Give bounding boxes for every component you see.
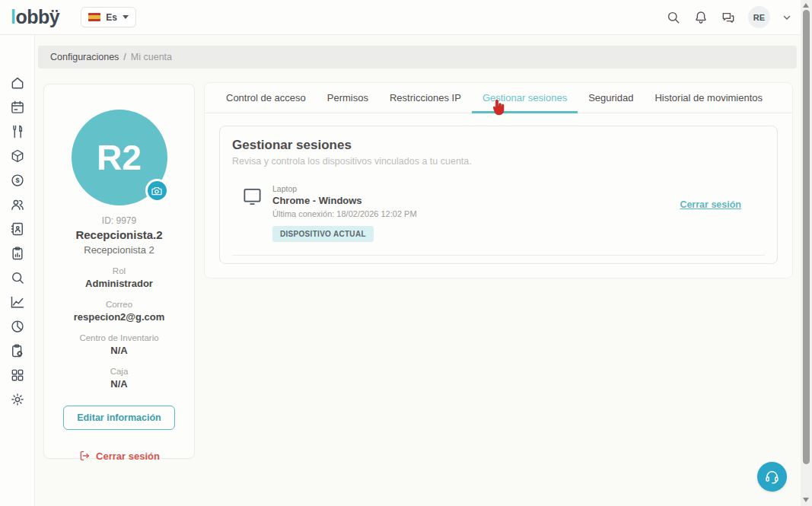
line-chart-icon — [10, 294, 25, 310]
profile-logout-button[interactable]: Cerrar sesión — [78, 450, 160, 462]
package-icon — [10, 148, 25, 164]
top-bar: lobbÿ Es RE — [0, 0, 801, 35]
current-device-badge: DISPOSITIVO ACTUAL — [272, 226, 374, 242]
field-value-rol: Administrador — [85, 278, 153, 289]
clipboard-chart-icon — [10, 246, 25, 261]
svg-text:$: $ — [15, 177, 19, 184]
sidebar-item-calendar[interactable] — [10, 100, 25, 114]
users-icon — [10, 197, 25, 212]
sessions-card: Gestionar sesiones Revisa y controla los… — [219, 126, 778, 264]
profile-card: R2 ID: 9979 Recepcionista.2 Recepcionist… — [43, 84, 195, 459]
avatar-initials: RE — [753, 13, 765, 22]
tab-permisos[interactable]: Permisos — [317, 83, 379, 113]
scrollbar-up-arrow[interactable] — [803, 3, 809, 8]
calendar-icon — [10, 100, 25, 115]
tab-seguridad[interactable]: Seguridad — [578, 83, 644, 113]
dollar-icon: $ — [10, 173, 25, 188]
page-scrollbar — [801, 0, 812, 506]
profile-display-name: Recepcionista 2 — [84, 244, 154, 256]
field-value-centro-inventario: N/A — [110, 345, 127, 356]
device-last-connection: Última conexión: 18/02/2026 12:02 PM — [272, 209, 417, 218]
field-label-centro-inventario: Centro de Inventario — [79, 333, 158, 342]
left-sidebar: $ — [0, 35, 35, 506]
sidebar-item-inventory[interactable] — [10, 148, 25, 163]
tab-restricciones-ip[interactable]: Restricciones IP — [379, 83, 472, 113]
sidebar-item-search[interactable] — [10, 270, 25, 285]
account-panel: Control de acceso Permisos Restricciones… — [204, 82, 793, 278]
sidebar-item-customers[interactable] — [10, 197, 25, 212]
field-value-correo: respecion2@g.com — [74, 311, 165, 323]
sidebar-item-home[interactable] — [10, 75, 25, 90]
avatar-chevron-down-icon[interactable] — [782, 13, 791, 22]
language-selector[interactable]: Es — [81, 7, 136, 27]
contacts-icon — [10, 221, 25, 237]
user-avatar[interactable]: RE — [748, 6, 770, 28]
clipboard-gear-icon — [10, 343, 25, 358]
sidebar-item-tasks[interactable] — [10, 343, 25, 358]
search-icon[interactable] — [666, 10, 681, 25]
language-label: Es — [106, 12, 117, 23]
edit-info-button[interactable]: Editar información — [63, 406, 174, 430]
field-label-rol: Rol — [113, 266, 126, 275]
breadcrumb: Configuraciones / Mi cuenta — [38, 46, 797, 68]
settings-icon — [10, 392, 25, 407]
breadcrumb-separator: / — [123, 52, 126, 62]
apps-grid-icon — [10, 368, 25, 383]
profile-id: ID: 9979 — [102, 215, 136, 226]
pie-chart-icon — [10, 319, 25, 334]
tab-gestionar-sesiones[interactable]: Gestionar sesiones — [472, 83, 578, 113]
scrollbar-thumb[interactable] — [803, 10, 810, 464]
field-label-caja: Caja — [110, 367, 129, 376]
device-type: Laptop — [272, 184, 417, 193]
sidebar-item-restaurant[interactable] — [10, 124, 25, 138]
tabs-row: Control de acceso Permisos Restricciones… — [205, 83, 792, 113]
home-icon — [10, 75, 25, 91]
change-photo-button[interactable] — [145, 179, 169, 202]
bell-icon[interactable] — [693, 10, 709, 25]
sidebar-item-contacts[interactable] — [10, 221, 25, 236]
breadcrumb-configuraciones[interactable]: Configuraciones — [50, 52, 119, 62]
sessions-title: Gestionar sesiones — [232, 138, 765, 153]
device-client: Chrome - Windows — [272, 195, 417, 206]
field-value-caja: N/A — [110, 378, 127, 390]
tab-control-de-acceso[interactable]: Control de acceso — [215, 83, 317, 113]
tab-historial-de-movimientos[interactable]: Historial de movimientos — [644, 83, 773, 113]
content-area: Configuraciones / Mi cuenta R2 ID: 9979 … — [35, 35, 801, 506]
profile-initials: R2 — [97, 137, 142, 178]
field-label-correo: Correo — [106, 300, 132, 309]
session-close-link[interactable]: Cerrar sesión — [680, 199, 741, 210]
profile-username: Recepcionista.2 — [75, 228, 162, 241]
spain-flag-icon — [88, 13, 100, 21]
scrollbar-down-arrow[interactable] — [803, 498, 809, 502]
profile-logout-label: Cerrar sesión — [96, 450, 160, 462]
sidebar-item-apps[interactable] — [10, 368, 25, 382]
sidebar-item-settings[interactable] — [10, 392, 25, 406]
logout-icon — [78, 450, 91, 462]
laptop-icon — [242, 186, 263, 207]
breadcrumb-current: Mi cuenta — [131, 52, 172, 62]
chevron-down-icon — [123, 15, 129, 19]
sidebar-item-analytics[interactable] — [10, 294, 25, 309]
chat-icon[interactable] — [721, 10, 736, 25]
sidebar-item-billing[interactable]: $ — [10, 173, 25, 187]
search-icon — [10, 270, 25, 285]
session-row: Laptop Chrome - Windows Última conexión:… — [232, 184, 765, 256]
camera-icon — [151, 185, 163, 197]
app-logo[interactable]: lobbÿ — [11, 6, 59, 28]
sidebar-item-statistics[interactable] — [10, 319, 25, 333]
sidebar-item-reports[interactable] — [10, 246, 25, 260]
help-support-button[interactable] — [757, 462, 787, 492]
restaurant-icon — [10, 124, 25, 139]
sessions-subtitle: Revisa y controla los dispositivos vincu… — [232, 156, 765, 167]
headset-icon — [764, 469, 780, 485]
